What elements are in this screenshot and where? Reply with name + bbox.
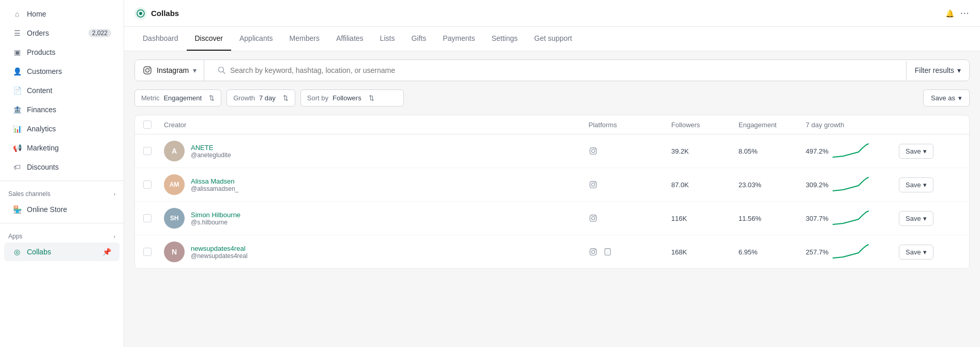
tab-dashboard[interactable]: Dashboard xyxy=(134,27,187,51)
home-icon: ⌂ xyxy=(12,9,22,19)
sidebar-item-label: Orders xyxy=(27,29,49,37)
finances-icon: 🏦 xyxy=(12,105,22,114)
save-button[interactable]: Save ▾ xyxy=(899,245,933,260)
svg-point-8 xyxy=(592,149,595,153)
tab-get-support[interactable]: Get support xyxy=(526,27,580,51)
sidebar-item-finances[interactable]: 🏦 Finances xyxy=(4,100,119,119)
content-icon: 📄 xyxy=(12,86,22,95)
growth-filter[interactable]: Growth 7 day ⇅ xyxy=(227,89,295,107)
platform-cell xyxy=(589,146,671,156)
sidebar-item-customers[interactable]: 👤 Customers xyxy=(4,62,119,81)
tab-applicants[interactable]: Applicants xyxy=(231,27,281,51)
svg-point-14 xyxy=(592,217,595,220)
creator-handle: @s.hilbourne xyxy=(191,219,240,226)
creator-info: AM Alissa Madsen @alissamadsen_ xyxy=(164,174,589,195)
platform-chevron-icon: ▾ xyxy=(193,66,197,74)
tiktok-platform-icon: ♪ xyxy=(603,247,612,257)
creator-info: N newsupdates4real @newsupdates4real xyxy=(164,242,589,262)
marketing-icon: 📢 xyxy=(12,143,22,153)
creator-name[interactable]: ANETE xyxy=(191,144,231,152)
growth-label: Growth xyxy=(233,94,255,102)
topbar-icons: 🔔 ··· xyxy=(945,9,970,18)
avatar: SH xyxy=(164,208,185,229)
row-checkbox[interactable] xyxy=(143,248,164,256)
engagement-column-header: Engagement xyxy=(738,121,806,129)
sidebar-item-label: Marketing xyxy=(27,144,58,152)
engagement-cell: 8.05% xyxy=(738,147,806,155)
sidebar-item-online-store[interactable]: 🏪 Online Store xyxy=(4,200,119,219)
save-chevron-icon: ▾ xyxy=(923,181,927,189)
instagram-platform-icon xyxy=(589,146,598,156)
tab-affiliates[interactable]: Affiliates xyxy=(328,27,372,51)
search-input[interactable] xyxy=(230,66,893,74)
sidebar-item-analytics[interactable]: 📊 Analytics xyxy=(4,119,119,138)
tab-members[interactable]: Members xyxy=(281,27,328,51)
filter-results-button[interactable]: Filter results ▾ xyxy=(906,61,969,80)
sidebar-item-label: Discounts xyxy=(27,163,58,171)
sort-filter[interactable]: Sort by Followers ⇅ xyxy=(300,89,404,107)
followers-column-header: Followers xyxy=(671,121,738,129)
svg-text:♪: ♪ xyxy=(607,250,608,254)
sidebar-item-discounts[interactable]: 🏷 Discounts xyxy=(4,158,119,176)
sidebar-item-home[interactable]: ⌂ Home xyxy=(4,5,119,23)
platform-cell xyxy=(589,214,671,223)
growth-chart xyxy=(833,176,869,193)
save-button[interactable]: Save ▾ xyxy=(899,177,933,192)
save-as-button[interactable]: Save as ▾ xyxy=(923,89,970,107)
save-action-cell: Save ▾ xyxy=(899,144,961,159)
creator-name[interactable]: Simon Hilbourne xyxy=(191,211,240,219)
sidebar-divider-2 xyxy=(0,223,124,223)
table-header: Creator Platforms Followers Engagement 7… xyxy=(135,115,969,134)
growth-value: 7 day xyxy=(259,94,276,102)
sales-channels-label[interactable]: Sales channels › xyxy=(0,185,124,200)
search-bar: Instagram ▾ Filter results ▾ xyxy=(134,59,970,81)
sidebar-item-orders[interactable]: ☰ Orders 2,022 xyxy=(4,24,119,42)
select-all-checkbox[interactable] xyxy=(143,120,164,129)
followers-cell: 168K xyxy=(671,248,738,256)
sidebar-item-products[interactable]: ▣ Products xyxy=(4,43,119,62)
tab-settings[interactable]: Settings xyxy=(483,27,526,51)
sidebar-item-marketing[interactable]: 📢 Marketing xyxy=(4,139,119,157)
sidebar-item-content[interactable]: 📄 Content xyxy=(4,81,119,100)
content-area: Instagram ▾ Filter results ▾ Metric Enga… xyxy=(124,51,980,347)
creator-handle: @anetegludite xyxy=(191,152,231,159)
sort-label: Sort by xyxy=(307,94,328,102)
tab-payments[interactable]: Payments xyxy=(434,27,483,51)
row-checkbox[interactable] xyxy=(143,180,164,189)
more-icon[interactable]: ··· xyxy=(960,9,970,18)
creator-handle: @alissamadsen_ xyxy=(191,185,238,192)
save-button[interactable]: Save ▾ xyxy=(899,211,933,226)
save-button[interactable]: Save ▾ xyxy=(899,144,933,159)
analytics-icon: 📊 xyxy=(12,124,22,133)
growth-chart xyxy=(833,210,869,227)
table-row: N newsupdates4real @newsupdates4real ♪ 1… xyxy=(135,235,969,268)
platform-selector[interactable]: Instagram ▾ xyxy=(135,60,204,81)
creator-name[interactable]: Alissa Madsen xyxy=(191,177,238,185)
growth-pct: 497.2% xyxy=(806,147,828,155)
tab-lists[interactable]: Lists xyxy=(372,27,403,51)
creator-name[interactable]: newsupdates4real xyxy=(191,245,248,252)
metric-filter[interactable]: Metric Engagement ⇅ xyxy=(134,89,221,107)
save-chevron-icon: ▾ xyxy=(923,248,927,256)
svg-point-1 xyxy=(139,12,142,15)
followers-cell: 39.2K xyxy=(671,147,738,155)
table-row: SH Simon Hilbourne @s.hilbourne 116K 11.… xyxy=(135,202,969,235)
creator-details: Alissa Madsen @alissamadsen_ xyxy=(191,177,238,192)
sidebar-item-collabs[interactable]: ◎ Collabs 📌 xyxy=(4,243,119,261)
tab-gifts[interactable]: Gifts xyxy=(403,27,434,51)
sidebar-item-label: Customers xyxy=(27,67,62,76)
growth-column-header: 7 day growth xyxy=(806,121,899,129)
growth-chart xyxy=(833,244,869,260)
save-as-label: Save as xyxy=(931,94,955,102)
creators-table: Creator Platforms Followers Engagement 7… xyxy=(134,115,970,269)
main-content: Collabs 🔔 ··· Dashboard Discover Applica… xyxy=(124,0,980,347)
row-checkbox[interactable] xyxy=(143,147,164,155)
save-action-cell: Save ▾ xyxy=(899,211,961,226)
tab-discover[interactable]: Discover xyxy=(187,27,231,51)
sidebar-item-label: Content xyxy=(27,86,52,95)
row-checkbox[interactable] xyxy=(143,214,164,222)
bell-icon[interactable]: 🔔 xyxy=(945,9,954,18)
apps-label[interactable]: Apps › xyxy=(0,228,124,242)
collabs-icon: ◎ xyxy=(12,247,22,257)
metric-label: Metric xyxy=(141,94,159,102)
